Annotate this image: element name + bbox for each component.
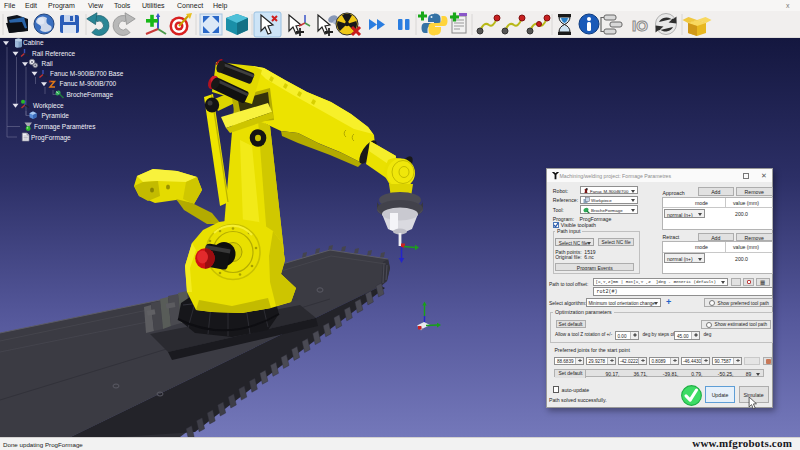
svg-text:IO: IO: [632, 17, 648, 34]
